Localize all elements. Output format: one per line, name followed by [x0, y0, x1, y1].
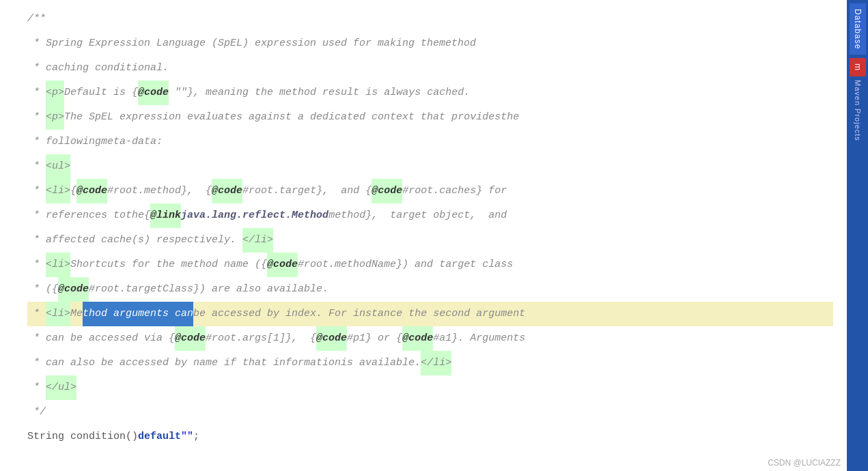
code-line-12: * ({@code #root.targetClass}) are also a… [27, 277, 833, 302]
code-text: * [27, 130, 46, 154]
code-annotation-3: @code [212, 179, 242, 203]
code-text: /** [27, 7, 46, 31]
code-text-the: the [501, 105, 519, 130]
code-text: * ({ [27, 277, 58, 302]
li-tag-3: <li> [46, 302, 70, 326]
sidebar-maven-projects-tab[interactable]: Maven Projects [850, 76, 865, 145]
watermark-text: CSDN @LUCIAZZZ [768, 458, 841, 468]
code-text: Default is { [64, 81, 138, 105]
code-annotation-8: @code [316, 326, 347, 351]
code-annotation-9: @code [402, 326, 433, 351]
code-text: * [27, 253, 46, 277]
code-text: Me [70, 302, 83, 326]
code-text: #root.target}, and { [242, 179, 372, 203]
maven-projects-label: Maven Projects [854, 80, 862, 141]
li-tag-2: <li> [46, 253, 70, 277]
p-tag-open: <p> [46, 81, 64, 105]
p-tag-open2: <p> [46, 105, 64, 130]
code-text: * [27, 81, 46, 105]
code-line-11: * <li>Shortcuts for the method name ({@c… [27, 253, 833, 277]
code-text-following: following [46, 130, 101, 154]
code-text: The SpEL expression evaluates against a … [64, 105, 501, 130]
code-text: * Spring Expression Language (SpEL) expr… [27, 31, 421, 56]
li-tag-1: <li> [46, 179, 70, 203]
code-text-the: the [421, 31, 439, 56]
code-text: { [70, 179, 76, 203]
code-text: method}, target object, and [328, 203, 507, 228]
code-line-17: */ [27, 400, 833, 425]
sidebar-database-tab[interactable]: Database [850, 3, 866, 55]
code-text: is available. [341, 351, 421, 375]
code-line-9: * references to the {@link java.lang.ref… [27, 203, 833, 228]
sidebar-maven-tab[interactable]: m [850, 58, 866, 76]
maven-label: m [853, 63, 863, 71]
code-text: * references to [27, 203, 126, 228]
code-text: be accessed by index. For instance the s… [193, 302, 525, 326]
code-line-6: * following meta-data: [27, 130, 833, 154]
code-line-13: * <li>Method arguments can be accessed b… [27, 302, 833, 326]
string-value: "" [181, 425, 193, 449]
method-ref: java.lang.reflect.Method [181, 203, 328, 228]
code-text: #root.methodName}) and target class [298, 253, 513, 277]
code-text: method [439, 31, 476, 56]
code-text: meta-data: [101, 130, 163, 154]
main-content: /** * Spring Expression Language (SpEL) … [0, 0, 847, 471]
code-annotation: @code [138, 81, 169, 105]
code-text-the2: the [126, 203, 144, 228]
right-sidebar: Database m Maven Projects [847, 0, 868, 471]
code-text: Shortcuts for the method name ({ [70, 253, 267, 277]
code-text: * [27, 375, 46, 400]
code-text: ; [193, 425, 199, 449]
code-text: * can also be accessed by name if that [27, 351, 273, 375]
code-line-4: * <p>Default is {@code ""}, meaning the … [27, 81, 833, 105]
code-text: * can be accessed via { [27, 326, 175, 351]
code-line-2: * Spring Expression Language (SpEL) expr… [27, 31, 833, 56]
code-line-15: * can also be accessed by name if that i… [27, 351, 833, 375]
code-text: * affected cache(s) respectively. [27, 228, 242, 253]
code-text: * caching conditional. [27, 56, 169, 81]
database-label: Database [853, 9, 863, 49]
code-line-14: * can be accessed via {@code #root.args[… [27, 326, 833, 351]
code-text: * [27, 105, 46, 130]
code-text: * [27, 154, 46, 179]
code-annotation-4: @code [372, 179, 402, 203]
code-line-8: * <li>{@code #root.method}, {@code #root… [27, 179, 833, 203]
code-text: #root.caches} for [402, 179, 507, 203]
code-line-1: /** [27, 7, 833, 31]
code-text: String condition() [27, 425, 138, 449]
li-tag-close2: </li> [421, 351, 451, 375]
code-text-information: information [273, 351, 341, 375]
link-annotation: @link [150, 203, 181, 228]
code-annotation-7: @code [175, 326, 206, 351]
code-text: #root.args[1]}, { [206, 326, 316, 351]
ul-tag-open: <ul> [46, 154, 70, 179]
li-tag-close: </li> [242, 228, 273, 253]
code-text: */ [27, 400, 46, 425]
code-text: { [144, 203, 150, 228]
code-text: #a1}. Arguments [433, 326, 525, 351]
code-annotation-6: @code [58, 277, 89, 302]
keyword-default: default [138, 425, 181, 449]
code-text: #root.method}, { [107, 179, 212, 203]
code-line-5: * <p>The SpEL expression evaluates again… [27, 105, 833, 130]
highlighted-text: thod arguments can [83, 302, 193, 326]
code-annotation-5: @code [267, 253, 298, 277]
code-line-3: * caching conditional. [27, 56, 833, 81]
code-text: * [27, 179, 46, 203]
code-line-7: * <ul> [27, 154, 833, 179]
code-line-16: * </ul> [27, 375, 833, 400]
code-text: * [27, 302, 46, 326]
code-line-18: String condition() default ""; [27, 425, 833, 449]
code-text: ""}, meaning the method result is always… [169, 81, 470, 105]
code-line-10: * affected cache(s) respectively. </li> [27, 228, 833, 253]
code-annotation-2: @code [76, 179, 107, 203]
watermark: CSDN @LUCIAZZZ [768, 458, 841, 468]
code-text: #root.targetClass}) are also available. [89, 277, 328, 302]
code-text: #p1} or { [347, 326, 402, 351]
ul-tag-close: </ul> [46, 375, 76, 400]
